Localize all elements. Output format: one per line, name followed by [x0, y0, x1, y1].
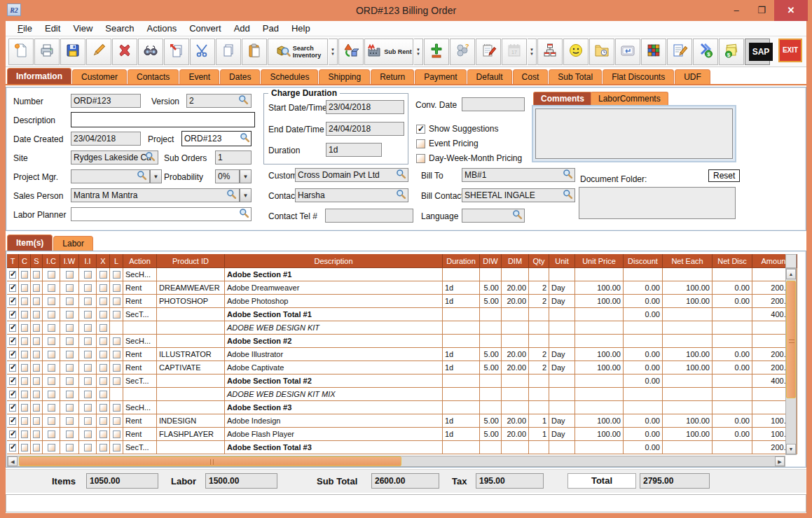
- project-mgr-search-icon[interactable]: [137, 170, 148, 181]
- c-checkbox[interactable]: [21, 311, 28, 318]
- sales-person-search-icon[interactable]: [226, 189, 238, 200]
- tab-return[interactable]: Return: [371, 69, 414, 84]
- x-checkbox[interactable]: [99, 298, 107, 305]
- i-i-checkbox[interactable]: [84, 298, 92, 305]
- i-w-checkbox[interactable]: [66, 444, 74, 451]
- day-week-month-pricing-checkbox[interactable]: [416, 154, 425, 163]
- i-w-checkbox[interactable]: [66, 284, 74, 292]
- i-c-checkbox[interactable]: [48, 417, 55, 425]
- t-checkbox[interactable]: [9, 324, 16, 332]
- version-search-icon[interactable]: [238, 94, 249, 106]
- i-c-checkbox[interactable]: [48, 351, 55, 358]
- save-button[interactable]: [60, 38, 85, 65]
- contact-field[interactable]: [295, 188, 408, 202]
- table-row[interactable]: SecH...Adobe Section #3: [7, 401, 797, 414]
- column-header-duration[interactable]: Duration: [443, 254, 480, 268]
- tab-shipping[interactable]: Shipping: [319, 69, 370, 84]
- copy-special-button[interactable]: [164, 38, 189, 65]
- s-checkbox[interactable]: [33, 391, 40, 398]
- tab-payment[interactable]: Payment: [415, 69, 466, 84]
- sub-rent-dropdown[interactable]: ▼▼: [414, 38, 423, 65]
- i-c-checkbox[interactable]: [48, 391, 55, 398]
- t-checkbox[interactable]: [9, 417, 16, 425]
- bill-to-field[interactable]: [462, 168, 575, 182]
- table-row[interactable]: SecT...Adobe Section Total #10.00400.00: [7, 308, 797, 321]
- table-row[interactable]: RentILLUSTRATORAdobe Illustrator1d5.0020…: [7, 348, 797, 361]
- close-button[interactable]: ✕: [774, 0, 808, 21]
- s-checkbox[interactable]: [33, 444, 40, 451]
- column-header-discount[interactable]: Discount: [624, 254, 663, 268]
- t-checkbox[interactable]: [9, 391, 16, 398]
- c-checkbox[interactable]: [21, 351, 28, 358]
- i-i-checkbox[interactable]: [84, 324, 92, 332]
- l-checkbox[interactable]: [113, 284, 121, 292]
- s-checkbox[interactable]: [33, 430, 40, 438]
- column-header-l[interactable]: L: [110, 254, 123, 268]
- i-c-checkbox[interactable]: [48, 284, 55, 292]
- t-checkbox[interactable]: [9, 377, 16, 385]
- column-header-c[interactable]: C: [19, 254, 31, 268]
- l-checkbox[interactable]: [113, 377, 121, 385]
- i-i-checkbox[interactable]: [84, 351, 92, 358]
- c-checkbox[interactable]: [21, 404, 28, 412]
- tab-dates[interactable]: Dates: [220, 69, 260, 84]
- i-w-checkbox[interactable]: [66, 298, 74, 305]
- project-search-icon[interactable]: [240, 132, 251, 144]
- column-header-dim[interactable]: DIM: [502, 254, 529, 268]
- new-order-button[interactable]: [8, 38, 34, 65]
- i-i-checkbox[interactable]: [84, 444, 92, 451]
- tab-laborcomments[interactable]: LaborComments: [591, 92, 668, 106]
- l-checkbox[interactable]: [113, 404, 121, 412]
- minimize-button[interactable]: –: [724, 0, 749, 21]
- x-checkbox[interactable]: [99, 351, 107, 358]
- i-w-checkbox[interactable]: [66, 311, 74, 318]
- dollar-notes-button[interactable]: $: [719, 38, 744, 65]
- t-checkbox[interactable]: [9, 444, 16, 451]
- scroll-up-button[interactable]: ▲: [786, 269, 796, 279]
- sales-person-field[interactable]: [71, 188, 240, 202]
- probability-dropdown[interactable]: ▼: [240, 169, 252, 183]
- dollar-transfer-button[interactable]: $: [693, 38, 718, 65]
- s-checkbox[interactable]: [33, 404, 40, 412]
- document-folder-box[interactable]: [579, 187, 736, 219]
- i-i-checkbox[interactable]: [84, 337, 92, 345]
- bill-contact-field[interactable]: [462, 188, 575, 202]
- column-header-unit-price[interactable]: Unit Price: [575, 254, 624, 268]
- x-checkbox[interactable]: [99, 391, 107, 398]
- i-c-checkbox[interactable]: [48, 324, 55, 332]
- menu-actions[interactable]: Actions: [141, 23, 184, 34]
- table-row[interactable]: ADOBE WEB DESIGN KIT: [7, 321, 797, 335]
- scroll-down-button[interactable]: ▼: [786, 444, 796, 454]
- c-checkbox[interactable]: [21, 271, 28, 279]
- c-checkbox[interactable]: [21, 444, 28, 451]
- column-header-i-i[interactable]: I.I: [79, 254, 97, 268]
- menu-convert[interactable]: Convert: [183, 23, 228, 34]
- sales-person-dropdown[interactable]: ▼: [240, 188, 252, 202]
- folder-history-button[interactable]: [589, 38, 614, 65]
- table-row[interactable]: RentCAPTIVATEAdobe Captivate1d5.0020.002…: [7, 361, 797, 374]
- exit-button[interactable]: EXIT: [778, 38, 802, 62]
- comments-textarea[interactable]: [535, 108, 733, 159]
- menu-pad[interactable]: Pad: [256, 23, 285, 34]
- i-i-checkbox[interactable]: [84, 430, 92, 438]
- show-suggestions-checkbox[interactable]: [416, 125, 425, 134]
- scroll-right-button[interactable]: ▶: [775, 456, 785, 466]
- menu-add[interactable]: Add: [228, 23, 256, 34]
- contact-search-icon[interactable]: [396, 189, 407, 200]
- x-checkbox[interactable]: [99, 364, 107, 372]
- description-field[interactable]: [71, 112, 255, 127]
- c-checkbox[interactable]: [21, 298, 28, 305]
- i-c-checkbox[interactable]: [48, 444, 55, 451]
- i-w-checkbox[interactable]: [66, 417, 74, 425]
- add-item-button[interactable]: [424, 38, 449, 65]
- number-field[interactable]: [71, 94, 141, 108]
- vertical-scroll-thumb[interactable]: [786, 281, 796, 398]
- l-checkbox[interactable]: [113, 298, 121, 305]
- s-checkbox[interactable]: [33, 351, 40, 358]
- menu-help[interactable]: Help: [285, 23, 317, 34]
- s-checkbox[interactable]: [33, 377, 40, 385]
- start-date-field[interactable]: [326, 100, 404, 114]
- tab-labor[interactable]: Labor: [53, 236, 93, 251]
- paste-button[interactable]: [242, 38, 267, 65]
- x-checkbox[interactable]: [99, 417, 107, 425]
